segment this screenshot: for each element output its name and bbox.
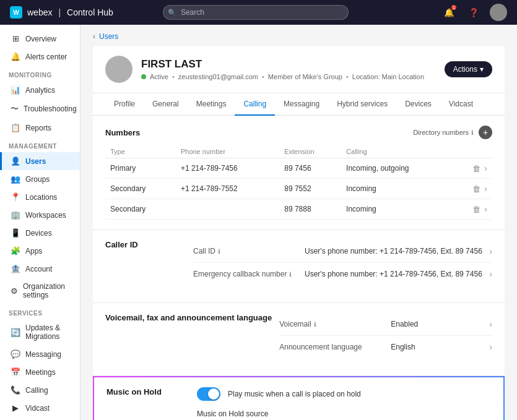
caller-id-section: Caller ID Call ID ℹ User's phone number:…	[93, 230, 505, 303]
tab-devices[interactable]: Devices	[396, 93, 440, 116]
table-row: Secondary 89 7888 Incoming 🗑 ›	[105, 199, 492, 220]
vm-label: Announcement language	[279, 343, 391, 351]
actions-chevron-icon: ▾	[480, 65, 484, 74]
delete-row-button[interactable]: 🗑	[472, 164, 480, 173]
info-icon: ℹ	[289, 271, 292, 278]
apps-icon: 🧩	[11, 246, 20, 255]
user-info: FIRST LAST Active • zeustesting01@gmail.…	[141, 58, 436, 80]
chevron-right-icon: ›	[489, 246, 492, 256]
breadcrumb-arrow: ‹	[93, 32, 95, 41]
user-email: zeustesting01@gmail.com	[178, 73, 258, 80]
delete-row-button[interactable]: 🗑	[472, 205, 480, 214]
sidebar-item-messaging[interactable]: 💬 Messaging	[0, 345, 80, 363]
col-actions	[454, 145, 492, 158]
sidebar-item-label: Meetings	[25, 368, 56, 377]
sidebar-item-label: Overview	[25, 35, 56, 43]
user-location: Location: Main Location	[352, 73, 424, 80]
chevron-right-icon: ›	[489, 319, 492, 329]
col-calling: Calling	[341, 145, 454, 158]
cell-row-actions: 🗑 ›	[454, 199, 492, 220]
tab-meetings[interactable]: Meetings	[188, 93, 235, 116]
tab-calling[interactable]: Calling	[235, 93, 275, 116]
caller-id-title: Caller ID	[105, 240, 186, 249]
tab-messaging[interactable]: Messaging	[275, 93, 328, 116]
sidebar-item-updates[interactable]: 🔄 Updates & Migrations	[0, 319, 80, 345]
sidebar-item-workspaces[interactable]: 🏢 Workspaces	[0, 206, 80, 224]
info-icon: ℹ	[471, 129, 474, 136]
main-content: ‹ Users FIRST LAST Active • zeustesting0…	[80, 25, 517, 420]
cell-calling: Incoming, outgoing	[341, 158, 454, 179]
voicemail-header: Voicemail, fax and announcement language…	[105, 313, 492, 358]
tab-vidcast[interactable]: Vidcast	[440, 93, 482, 116]
delete-row-button[interactable]: 🗑	[472, 184, 480, 194]
monitoring-section-label: MONITORING	[0, 66, 80, 81]
sidebar-item-label: Alerts center	[25, 53, 67, 61]
music-on-hold-section: Music on Hold Play music when a call is …	[93, 376, 505, 420]
sidebar-item-label: Workspaces	[25, 211, 66, 220]
notification-badge: 1	[451, 5, 456, 10]
vidcast-icon: ▶	[11, 403, 20, 413]
sidebar-item-label: Messaging	[25, 350, 61, 359]
vm-label: Voicemail ℹ	[279, 320, 391, 328]
sidebar-item-account[interactable]: 🏦 Account	[0, 260, 80, 278]
sidebar-item-users[interactable]: 👤 Users	[0, 152, 80, 170]
sidebar-item-troubleshooting[interactable]: 〜 Troubleshooting	[0, 99, 80, 119]
search-input[interactable]	[163, 5, 349, 20]
cell-extension: 89 7552	[279, 179, 341, 199]
sidebar-item-label: Groups	[25, 175, 50, 184]
sidebar-item-overview[interactable]: ⊞ Overview	[0, 30, 80, 48]
info-icon: ℹ	[314, 321, 316, 328]
breadcrumb-link[interactable]: Users	[99, 32, 118, 41]
help-button[interactable]: ❓	[465, 4, 482, 21]
cell-row-actions: 🗑 ›	[454, 158, 492, 179]
sidebar-item-label: Analytics	[25, 86, 55, 95]
tab-general[interactable]: General	[144, 93, 188, 116]
cell-extension: 89 7456	[279, 158, 341, 179]
sidebar-item-devices[interactable]: 📱 Devices	[0, 224, 80, 242]
toggle-knob	[208, 388, 219, 400]
sidebar-item-org-settings[interactable]: ⚙ Organization settings	[0, 278, 80, 304]
caller-id-row[interactable]: Call ID ℹ User's phone number: +1 214-78…	[193, 240, 492, 263]
devices-icon: 📱	[11, 228, 20, 238]
sidebar-item-calling[interactable]: 📞 Calling	[0, 381, 80, 399]
avatar[interactable]	[490, 4, 507, 21]
voicemail-section: Voicemail, fax and announcement language…	[93, 303, 505, 376]
sidebar-item-locations[interactable]: 📍 Locations	[0, 188, 80, 206]
sidebar-item-alerts[interactable]: 🔔 Alerts center	[0, 48, 80, 66]
sidebar-item-apps[interactable]: 🧩 Apps	[0, 242, 80, 260]
sidebar-item-vidcast[interactable]: ▶ Vidcast	[0, 399, 80, 417]
account-icon: 🏦	[11, 264, 20, 273]
moh-toggle[interactable]	[197, 387, 220, 401]
row-chevron-icon: ›	[484, 163, 487, 173]
add-number-button[interactable]: +	[479, 126, 492, 139]
voicemail-row[interactable]: Announcement language English ›	[279, 336, 492, 358]
cell-type: Secondary	[105, 199, 176, 220]
sidebar-item-reports[interactable]: 📋 Reports	[0, 119, 80, 137]
moh-source-label: Music on Hold source	[197, 409, 491, 418]
meta-separator: •	[262, 73, 264, 80]
sidebar-item-label: Apps	[25, 247, 42, 255]
org-settings-icon: ⚙	[11, 286, 18, 296]
sidebar-item-analytics[interactable]: 📊 Analytics	[0, 81, 80, 99]
voicemail-row[interactable]: Voicemail ℹ Enabled ›	[279, 313, 492, 336]
tab-profile[interactable]: Profile	[105, 93, 144, 116]
numbers-title: Numbers	[105, 128, 140, 137]
actions-button[interactable]: Actions ▾	[445, 61, 492, 77]
app-title: Control Hub	[67, 7, 113, 17]
sidebar-item-groups[interactable]: 👥 Groups	[0, 170, 80, 188]
services-section-label: SERVICES	[0, 304, 80, 319]
sidebar-item-connected-uc[interactable]: 🔗 Connected UC	[0, 417, 80, 420]
sidebar-item-label: Users	[25, 157, 46, 166]
sidebar-item-label: Reports	[25, 124, 51, 132]
info-icon: ℹ	[218, 248, 220, 255]
brand-name: webex	[27, 7, 52, 17]
col-phone: Phone number	[176, 145, 279, 158]
sidebar-item-meetings[interactable]: 📅 Meetings	[0, 363, 80, 381]
col-type: Type	[105, 145, 176, 158]
notifications-button[interactable]: 🔔 1	[440, 4, 458, 21]
status-dot	[141, 74, 146, 79]
tab-hybrid-services[interactable]: Hybrid services	[328, 93, 396, 116]
user-name: FIRST LAST	[141, 58, 436, 71]
caller-id-row[interactable]: Emergency callback number ℹ User's phone…	[193, 263, 492, 285]
user-group: Member of Mike's Group	[268, 73, 342, 80]
